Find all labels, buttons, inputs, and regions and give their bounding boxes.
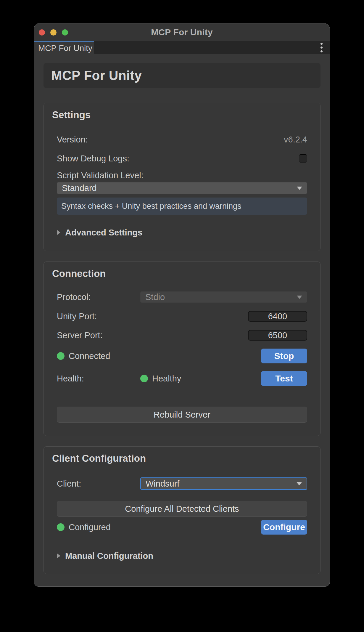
debug-logs-checkbox[interactable] — [299, 154, 307, 163]
client-configuration-title: Client Configuration — [52, 453, 307, 464]
stop-button[interactable]: Stop — [261, 349, 307, 363]
health-label: Health: — [57, 374, 140, 384]
mcp-editor-window: MCP For Unity MCP For Unity MCP For Unit… — [34, 23, 330, 587]
window-title: MCP For Unity — [34, 27, 330, 37]
connected-status-text: Connected — [69, 351, 110, 361]
tab-mcp-for-unity[interactable]: MCP For Unity — [34, 41, 94, 54]
client-label: Client: — [57, 479, 140, 489]
client-value: Windsurf — [146, 479, 179, 489]
chevron-down-icon — [297, 482, 302, 485]
titlebar[interactable]: MCP For Unity — [34, 23, 330, 41]
unity-port-row: Unity Port: — [57, 311, 307, 322]
unity-port-input[interactable] — [248, 311, 307, 322]
foldout-arrow-icon — [57, 553, 60, 559]
configured-status-text: Configured — [69, 522, 111, 532]
configured-status-row: Configured Configure — [57, 520, 307, 535]
unity-port-label: Unity Port: — [57, 312, 97, 321]
page-title: MCP For Unity — [51, 68, 142, 83]
protocol-row: Protocol: Stdio — [57, 291, 307, 303]
connection-section: Connection Protocol: Stdio Unity Port: S… — [44, 262, 320, 436]
chevron-down-icon — [297, 187, 302, 190]
foldout-arrow-icon — [57, 230, 60, 235]
client-configuration-section: Client Configuration Client: Windsurf Co… — [44, 446, 320, 574]
configure-all-button[interactable]: Configure All Detected Clients — [57, 501, 307, 517]
chevron-down-icon — [297, 296, 302, 299]
server-port-label: Server Port: — [57, 331, 103, 340]
connected-status-icon — [57, 352, 65, 360]
validation-level-label: Script Validation Level: — [57, 171, 144, 180]
client-row: Client: Windsurf — [57, 477, 307, 490]
connection-status-row: Connected Stop — [57, 349, 307, 363]
connection-section-title: Connection — [52, 268, 307, 279]
validation-level-value: Standard — [62, 183, 97, 193]
version-label: Version: — [57, 135, 88, 145]
close-window-icon[interactable] — [39, 29, 45, 36]
debug-logs-row: Show Debug Logs: — [57, 153, 307, 164]
configured-status-icon — [57, 523, 65, 531]
validation-help-box: Syntax checks + Unity best practices and… — [57, 198, 307, 215]
traffic-lights — [34, 29, 68, 36]
window-menu-icon[interactable] — [320, 43, 323, 52]
rebuild-server-button[interactable]: Rebuild Server — [57, 407, 307, 423]
server-port-input[interactable] — [248, 330, 307, 341]
advanced-settings-label: Advanced Settings — [65, 228, 142, 238]
server-port-row: Server Port: — [57, 330, 307, 341]
protocol-label: Protocol: — [57, 292, 140, 302]
manual-configuration-label: Manual Configuration — [65, 551, 153, 561]
version-row: Version: v6.2.4 — [57, 134, 307, 145]
protocol-dropdown: Stdio — [140, 291, 307, 303]
validation-dropdown-row: Standard — [57, 182, 307, 194]
content-area: MCP For Unity Settings Version: v6.2.4 S… — [34, 54, 330, 574]
settings-section: Settings Version: v6.2.4 Show Debug Logs… — [44, 103, 320, 251]
test-button[interactable]: Test — [261, 371, 307, 386]
healthy-status-icon — [140, 375, 148, 382]
minimize-window-icon[interactable] — [50, 29, 57, 36]
validation-label-row: Script Validation Level: — [57, 170, 307, 180]
validation-level-dropdown[interactable]: Standard — [57, 182, 307, 194]
maximize-window-icon[interactable] — [62, 29, 68, 36]
manual-configuration-foldout[interactable]: Manual Configuration — [57, 551, 307, 561]
settings-section-title: Settings — [52, 110, 307, 120]
configure-button[interactable]: Configure — [261, 520, 307, 535]
tab-label: MCP For Unity — [38, 44, 92, 53]
version-value: v6.2.4 — [284, 135, 307, 145]
page-header-banner: MCP For Unity — [44, 63, 320, 88]
tab-bar: MCP For Unity — [34, 41, 330, 54]
client-dropdown[interactable]: Windsurf — [140, 477, 307, 490]
advanced-settings-foldout[interactable]: Advanced Settings — [57, 227, 307, 238]
health-value: Healthy — [152, 374, 181, 384]
health-row: Health: Healthy Test — [57, 371, 307, 386]
protocol-value: Stdio — [145, 292, 165, 302]
validation-help-text: Syntax checks + Unity best practices and… — [61, 202, 241, 211]
debug-logs-label: Show Debug Logs: — [57, 154, 129, 163]
